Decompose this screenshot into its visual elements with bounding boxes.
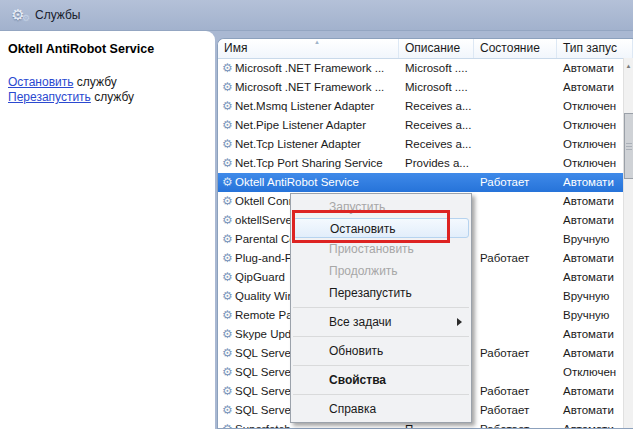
menu-item-resume: Продолжить: [291, 260, 471, 282]
extended-view-panel: Oktell AntiRobot Service Остановить служ…: [0, 31, 215, 429]
service-gear-icon: ⚙: [220, 363, 235, 382]
menu-separator: [293, 336, 469, 337]
scrollbar-grip: [626, 143, 632, 151]
service-gear-icon: ⚙: [220, 230, 235, 249]
service-gear-icon: ⚙: [220, 382, 235, 401]
menu-item-refresh[interactable]: Обновить: [291, 340, 471, 362]
menu-separator: [293, 307, 469, 308]
menu-item-all-tasks[interactable]: Все задачи: [291, 311, 471, 333]
column-header-status[interactable]: Состояние: [474, 39, 557, 58]
vertical-scrollbar[interactable]: ▲: [623, 58, 633, 428]
table-row[interactable]: ⚙Net.Pipe Listener AdapterReceives a...О…: [218, 116, 633, 135]
menu-separator: [293, 394, 469, 395]
menu-item-properties[interactable]: Свойства: [291, 369, 471, 391]
service-gear-icon: ⚙: [220, 420, 235, 429]
table-row[interactable]: ⚙Net.Msmq Listener AdapterReceives a...О…: [218, 97, 633, 116]
submenu-arrow-icon: [457, 318, 462, 326]
service-gear-icon: ⚙: [220, 59, 235, 78]
stop-service-link[interactable]: Остановить: [8, 75, 74, 89]
service-gear-icon: ⚙: [220, 344, 235, 363]
service-gear-icon: ⚙: [220, 97, 235, 116]
menu-item-pause: Приостановить: [291, 238, 471, 260]
table-row[interactable]: ⚙Net.Tcp Listener AdapterReceives a...От…: [218, 135, 633, 154]
selected-service-title: Oktell AntiRobot Service: [8, 42, 154, 56]
window-titlebar: ⚙⚙ Службы: [0, 0, 633, 31]
column-header-startup-type[interactable]: Тип запус: [557, 39, 633, 58]
context-menu: Запустить Остановить Приостановить Продо…: [290, 193, 472, 423]
sort-ascending-icon: ▲: [314, 39, 320, 45]
menu-separator: [293, 365, 469, 366]
restart-service-line: Перезапустить службу: [8, 90, 134, 105]
table-row[interactable]: ⚙Microsoft .NET Framework ...Microsoft .…: [218, 59, 633, 78]
service-gear-icon: ⚙: [220, 325, 235, 344]
services-logo-icon: ⚙⚙: [9, 6, 27, 24]
menu-item-help[interactable]: Справка: [291, 398, 471, 420]
column-header-description[interactable]: Описание: [399, 39, 474, 58]
window-title: Службы: [35, 8, 80, 22]
table-row[interactable]: ⚙Microsoft .NET Framework ...Microsoft .…: [218, 78, 633, 97]
menu-item-restart[interactable]: Перезапустить: [291, 282, 471, 304]
service-gear-icon: ⚙: [220, 401, 235, 420]
scrollbar-thumb[interactable]: [624, 113, 633, 179]
service-gear-icon: ⚙: [220, 78, 235, 97]
stop-service-line: Остановить службу: [8, 75, 134, 90]
menu-item-stop[interactable]: Остановить: [293, 218, 469, 238]
service-gear-icon: ⚙: [220, 192, 235, 211]
service-gear-icon: ⚙: [220, 135, 235, 154]
service-gear-icon: ⚙: [220, 306, 235, 325]
list-header-row: Имя Описание Состояние Тип запус ▲: [218, 39, 633, 59]
restart-service-link[interactable]: Перезапустить: [8, 90, 91, 104]
column-header-name[interactable]: Имя: [218, 39, 399, 58]
service-gear-icon: ⚙: [220, 249, 235, 268]
service-gear-icon: ⚙: [220, 268, 235, 287]
menu-item-start: Запустить: [291, 196, 471, 218]
service-gear-icon: ⚙: [220, 154, 235, 173]
table-row-selected[interactable]: ⚙Oktell AntiRobot ServiceРаботаетАвтомат…: [218, 173, 633, 192]
service-gear-icon: ⚙: [220, 173, 235, 192]
table-row[interactable]: ⚙Net.Tcp Port Sharing ServiceProvides a.…: [218, 154, 633, 173]
scrollbar-up-icon[interactable]: ▲: [624, 58, 633, 74]
service-gear-icon: ⚙: [220, 287, 235, 306]
service-gear-icon: ⚙: [220, 211, 235, 230]
service-gear-icon: ⚙: [220, 116, 235, 135]
